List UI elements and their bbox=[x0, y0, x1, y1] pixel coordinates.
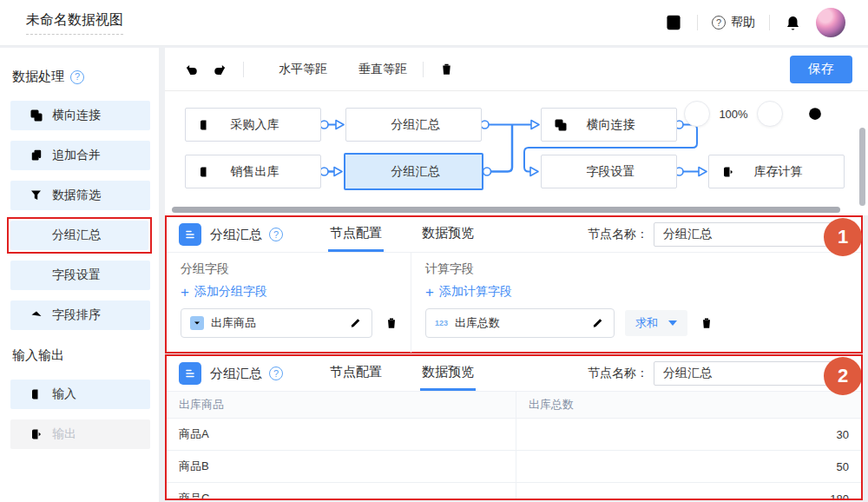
help-icon[interactable]: ? bbox=[269, 367, 283, 380]
table-cell: 180 bbox=[516, 483, 861, 500]
sidebar-item-label: 追加合并 bbox=[52, 148, 101, 163]
horizontal-spacing-button[interactable]: 水平等距 bbox=[260, 62, 327, 77]
sidebar-item-field-sort[interactable]: 字段排序 bbox=[10, 301, 150, 330]
divider bbox=[423, 62, 424, 77]
delete-field-icon[interactable] bbox=[385, 316, 398, 330]
annotation-highlight-group-summary: 分组汇总 bbox=[7, 217, 152, 254]
help-icon[interactable]: ? bbox=[269, 228, 283, 241]
node-label: 分组汇总 bbox=[372, 117, 469, 133]
divider bbox=[769, 15, 770, 30]
undo-button[interactable] bbox=[184, 62, 200, 77]
sidebar-item-append-merge[interactable]: 追加合并 bbox=[10, 141, 150, 170]
panel-title: 分组汇总 bbox=[210, 227, 262, 243]
node-field-settings[interactable]: 字段设置 bbox=[541, 155, 677, 188]
sidebar-item-label: 数据筛选 bbox=[52, 188, 101, 203]
tab-data-preview[interactable]: 数据预览 bbox=[420, 356, 476, 391]
delete-node-button[interactable] bbox=[439, 62, 454, 76]
contact-card-icon[interactable] bbox=[664, 13, 683, 32]
redo-button[interactable] bbox=[212, 62, 227, 77]
zoom-out-button[interactable] bbox=[684, 101, 710, 127]
sidebar-item-horizontal-join[interactable]: 横向连接 bbox=[10, 101, 150, 130]
chevron-down-icon bbox=[668, 320, 677, 326]
topbar-actions: ? 帮助 bbox=[664, 8, 845, 37]
section-data-processing: 数据处理 ? bbox=[12, 69, 150, 85]
sidebar-item-group-summary[interactable]: 分组汇总 bbox=[10, 221, 148, 250]
avatar[interactable] bbox=[816, 8, 845, 37]
tab-node-config[interactable]: 节点配置 bbox=[328, 217, 384, 252]
section-input-output: 输入输出 bbox=[12, 347, 150, 364]
add-calc-field-button[interactable]: + 添加计算字段 bbox=[425, 284, 849, 300]
edit-icon[interactable] bbox=[591, 316, 605, 330]
group-fields-section: 分组字段 + 添加分组字段 出库商品 bbox=[167, 253, 411, 353]
field-type-icon bbox=[190, 316, 204, 330]
annotation-badge-1: 1 bbox=[824, 218, 862, 256]
output-icon bbox=[721, 165, 735, 179]
number-type-icon: 123 bbox=[435, 319, 448, 327]
zoom-in-button[interactable] bbox=[757, 101, 783, 127]
add-group-field-button[interactable]: + 添加分组字段 bbox=[181, 284, 398, 300]
sidebar-item-data-filter[interactable]: 数据筛选 bbox=[10, 181, 150, 210]
sidebar-item-label: 分组汇总 bbox=[52, 228, 101, 243]
save-button[interactable]: 保存 bbox=[790, 56, 852, 83]
app-window: 未命名数据视图 ? 帮助 数据处理 ? 横向连接 追加合并 bbox=[0, 0, 868, 502]
edit-icon[interactable] bbox=[349, 316, 363, 330]
node-purchase-inbound[interactable]: 采购入库 bbox=[185, 108, 321, 142]
locate-center-icon[interactable] bbox=[806, 104, 825, 123]
sidebar-item-label: 字段设置 bbox=[52, 268, 101, 283]
table-row: 商品B 50 bbox=[167, 451, 861, 483]
flow-canvas[interactable]: 采购入库 分组汇总 横向连接 销售出库 分组汇总 字段设置 库存计算 100 bbox=[165, 91, 868, 215]
help-icon: ? bbox=[712, 16, 726, 30]
node-inventory-calc[interactable]: 库存计算 bbox=[708, 155, 845, 188]
table-row: 商品A 30 bbox=[167, 419, 861, 451]
input-icon bbox=[198, 165, 212, 179]
help-button[interactable]: ? 帮助 bbox=[712, 15, 755, 30]
section-title: 计算字段 bbox=[425, 261, 849, 277]
panel-title: 分组汇总 bbox=[210, 366, 262, 382]
add-group-field-label: 添加分组字段 bbox=[194, 284, 267, 300]
group-summary-icon bbox=[358, 165, 372, 179]
tab-data-preview[interactable]: 数据预览 bbox=[420, 217, 476, 252]
aggregation-select[interactable]: 求和 bbox=[625, 310, 687, 336]
help-icon[interactable]: ? bbox=[70, 70, 84, 84]
horizontal-scrollbar[interactable] bbox=[172, 207, 840, 213]
divider bbox=[697, 15, 698, 30]
trash-icon bbox=[439, 62, 454, 76]
vertical-spacing-button[interactable]: 垂直等距 bbox=[339, 62, 407, 77]
table-cell: 30 bbox=[516, 419, 861, 450]
vertical-spacing-icon bbox=[339, 63, 353, 76]
group-field-item[interactable]: 出库商品 bbox=[181, 308, 372, 338]
plus-icon: + bbox=[181, 285, 189, 300]
table-header-row: 出库商品 出库总数 bbox=[167, 392, 861, 419]
sidebar-item-field-settings[interactable]: 字段设置 bbox=[10, 261, 150, 290]
group-summary-icon bbox=[358, 118, 372, 132]
divider bbox=[243, 62, 244, 77]
join-icon bbox=[30, 109, 43, 122]
table-cell: 商品C bbox=[167, 483, 516, 500]
field-settings-icon bbox=[554, 165, 568, 179]
redo-icon bbox=[212, 62, 227, 77]
horizontal-spacing-label: 水平等距 bbox=[279, 62, 327, 77]
node-sales-outbound[interactable]: 销售出库 bbox=[185, 155, 321, 188]
node-name-group: 节点名称： bbox=[588, 361, 849, 386]
node-horizontal-join[interactable]: 横向连接 bbox=[541, 108, 677, 142]
output-icon bbox=[30, 427, 43, 441]
sidebar-item-input[interactable]: 输入 bbox=[10, 380, 150, 409]
panel-tabs: 节点配置 数据预览 bbox=[328, 356, 476, 391]
node-name-input[interactable] bbox=[654, 361, 849, 386]
bell-icon[interactable] bbox=[784, 14, 802, 32]
delete-field-icon[interactable] bbox=[700, 316, 713, 330]
field-name: 出库商品 bbox=[211, 315, 256, 331]
vertical-scrollbar[interactable] bbox=[859, 128, 865, 206]
field-sort-icon bbox=[30, 308, 43, 322]
section-label: 数据处理 bbox=[12, 69, 64, 85]
node-name-input[interactable] bbox=[654, 222, 849, 247]
node-group-summary-top[interactable]: 分组汇总 bbox=[345, 108, 482, 142]
column-header: 出库商品 bbox=[167, 392, 516, 418]
node-group-summary-selected[interactable]: 分组汇总 bbox=[344, 153, 483, 190]
tab-node-config[interactable]: 节点配置 bbox=[328, 356, 384, 391]
zoom-controls: 100% bbox=[684, 101, 825, 127]
calc-field-item[interactable]: 123 出库总数 bbox=[425, 308, 615, 338]
sidebar-item-label: 输入 bbox=[52, 386, 76, 402]
group-summary-icon bbox=[179, 362, 201, 385]
page-title[interactable]: 未命名数据视图 bbox=[26, 11, 123, 35]
